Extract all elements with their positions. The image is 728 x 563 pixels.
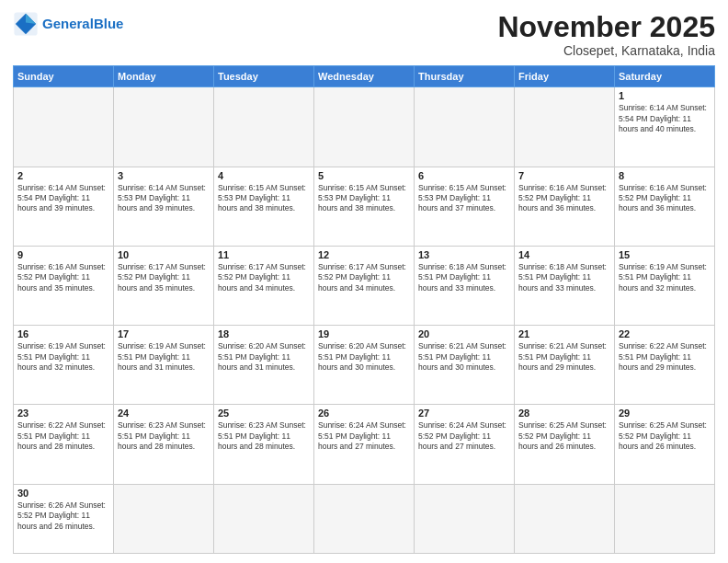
cell-info: Sunrise: 6:25 AM Sunset: 5:52 PM Dayligh… <box>619 420 711 452</box>
cell-info: Sunrise: 6:14 AM Sunset: 5:54 PM Dayligh… <box>17 183 109 214</box>
logo-text: GeneralBlue <box>42 17 123 32</box>
calendar-cell <box>515 87 615 167</box>
cell-info: Sunrise: 6:16 AM Sunset: 5:52 PM Dayligh… <box>619 183 711 214</box>
calendar-cell: 24Sunrise: 6:23 AM Sunset: 5:51 PM Dayli… <box>114 405 214 484</box>
cell-info: Sunrise: 6:15 AM Sunset: 5:53 PM Dayligh… <box>218 183 310 214</box>
day-number: 14 <box>518 249 610 260</box>
day-number: 23 <box>17 408 109 419</box>
calendar-week-row: 23Sunrise: 6:22 AM Sunset: 5:51 PM Dayli… <box>14 405 715 484</box>
day-number: 28 <box>518 408 610 419</box>
calendar-cell <box>314 87 415 167</box>
day-number: 2 <box>17 170 109 181</box>
day-number: 9 <box>17 249 109 260</box>
cell-info: Sunrise: 6:21 AM Sunset: 5:51 PM Dayligh… <box>418 341 510 373</box>
calendar-cell: 7Sunrise: 6:16 AM Sunset: 5:52 PM Daylig… <box>515 167 615 246</box>
day-number: 29 <box>619 408 711 419</box>
calendar-header-row: SundayMondayTuesdayWednesdayThursdayFrid… <box>14 66 715 87</box>
calendar-cell: 12Sunrise: 6:17 AM Sunset: 5:52 PM Dayli… <box>314 246 415 325</box>
cell-info: Sunrise: 6:21 AM Sunset: 5:51 PM Dayligh… <box>518 341 610 373</box>
cell-info: Sunrise: 6:22 AM Sunset: 5:51 PM Dayligh… <box>619 341 711 373</box>
calendar-cell: 23Sunrise: 6:22 AM Sunset: 5:51 PM Dayli… <box>14 405 114 484</box>
day-number: 20 <box>418 328 510 339</box>
cell-info: Sunrise: 6:22 AM Sunset: 5:51 PM Dayligh… <box>17 420 109 452</box>
calendar-week-row: 30Sunrise: 6:26 AM Sunset: 5:52 PM Dayli… <box>14 484 715 553</box>
calendar-cell: 4Sunrise: 6:15 AM Sunset: 5:53 PM Daylig… <box>214 167 314 246</box>
header: GeneralBlue November 2025 Closepet, Karn… <box>13 11 715 58</box>
calendar-cell: 9Sunrise: 6:16 AM Sunset: 5:52 PM Daylig… <box>14 246 114 325</box>
day-header-thursday: Thursday <box>415 66 515 87</box>
calendar-cell: 1Sunrise: 6:14 AM Sunset: 5:54 PM Daylig… <box>615 87 715 167</box>
calendar-cell: 15Sunrise: 6:19 AM Sunset: 5:51 PM Dayli… <box>615 246 715 325</box>
day-header-monday: Monday <box>114 66 214 87</box>
day-number: 16 <box>17 328 109 339</box>
calendar-cell <box>615 484 715 553</box>
calendar-cell: 14Sunrise: 6:18 AM Sunset: 5:51 PM Dayli… <box>515 246 615 325</box>
calendar-cell: 28Sunrise: 6:25 AM Sunset: 5:52 PM Dayli… <box>515 405 615 484</box>
calendar-cell <box>214 484 314 553</box>
calendar-cell <box>214 87 314 167</box>
cell-info: Sunrise: 6:26 AM Sunset: 5:52 PM Dayligh… <box>17 500 109 532</box>
day-header-wednesday: Wednesday <box>314 66 415 87</box>
day-number: 30 <box>17 488 109 499</box>
logo-icon <box>13 11 39 37</box>
calendar-cell: 29Sunrise: 6:25 AM Sunset: 5:52 PM Dayli… <box>615 405 715 484</box>
cell-info: Sunrise: 6:14 AM Sunset: 5:54 PM Dayligh… <box>619 103 711 134</box>
calendar-week-row: 16Sunrise: 6:19 AM Sunset: 5:51 PM Dayli… <box>14 326 715 405</box>
cell-info: Sunrise: 6:17 AM Sunset: 5:52 PM Dayligh… <box>218 262 310 293</box>
day-number: 18 <box>218 328 310 339</box>
calendar-cell: 21Sunrise: 6:21 AM Sunset: 5:51 PM Dayli… <box>515 326 615 405</box>
calendar-cell: 17Sunrise: 6:19 AM Sunset: 5:51 PM Dayli… <box>114 326 214 405</box>
cell-info: Sunrise: 6:23 AM Sunset: 5:51 PM Dayligh… <box>118 420 210 452</box>
cell-info: Sunrise: 6:17 AM Sunset: 5:52 PM Dayligh… <box>118 262 210 293</box>
calendar-cell <box>114 87 214 167</box>
cell-info: Sunrise: 6:19 AM Sunset: 5:51 PM Dayligh… <box>619 262 711 293</box>
day-number: 3 <box>118 170 210 181</box>
calendar-cell <box>14 87 114 167</box>
calendar-cell: 10Sunrise: 6:17 AM Sunset: 5:52 PM Dayli… <box>114 246 214 325</box>
day-number: 19 <box>318 328 410 339</box>
day-number: 13 <box>418 249 510 260</box>
calendar-cell <box>415 484 515 553</box>
calendar-cell: 16Sunrise: 6:19 AM Sunset: 5:51 PM Dayli… <box>14 326 114 405</box>
day-number: 6 <box>418 170 510 181</box>
calendar-week-row: 1Sunrise: 6:14 AM Sunset: 5:54 PM Daylig… <box>14 87 715 167</box>
calendar-cell: 3Sunrise: 6:14 AM Sunset: 5:53 PM Daylig… <box>114 167 214 246</box>
calendar-cell <box>314 484 415 553</box>
title-block: November 2025 Closepet, Karnataka, India <box>497 11 715 58</box>
calendar-cell <box>515 484 615 553</box>
day-header-tuesday: Tuesday <box>214 66 314 87</box>
cell-info: Sunrise: 6:18 AM Sunset: 5:51 PM Dayligh… <box>518 262 610 293</box>
day-number: 8 <box>619 170 711 181</box>
calendar-cell: 18Sunrise: 6:20 AM Sunset: 5:51 PM Dayli… <box>214 326 314 405</box>
day-number: 17 <box>118 328 210 339</box>
cell-info: Sunrise: 6:19 AM Sunset: 5:51 PM Dayligh… <box>118 341 210 373</box>
cell-info: Sunrise: 6:24 AM Sunset: 5:52 PM Dayligh… <box>418 420 510 452</box>
month-title: November 2025 <box>497 11 715 43</box>
day-number: 22 <box>619 328 711 339</box>
day-number: 1 <box>619 90 711 101</box>
cell-info: Sunrise: 6:16 AM Sunset: 5:52 PM Dayligh… <box>518 183 610 214</box>
day-number: 21 <box>518 328 610 339</box>
day-number: 11 <box>218 249 310 260</box>
cell-info: Sunrise: 6:23 AM Sunset: 5:51 PM Dayligh… <box>218 420 310 452</box>
logo: GeneralBlue <box>13 11 123 37</box>
calendar-cell <box>114 484 214 553</box>
day-number: 25 <box>218 408 310 419</box>
day-number: 27 <box>418 408 510 419</box>
day-number: 4 <box>218 170 310 181</box>
cell-info: Sunrise: 6:20 AM Sunset: 5:51 PM Dayligh… <box>318 341 410 373</box>
day-number: 15 <box>619 249 711 260</box>
logo-blue: Blue <box>94 16 124 31</box>
page: GeneralBlue November 2025 Closepet, Karn… <box>0 0 728 563</box>
calendar-cell: 5Sunrise: 6:15 AM Sunset: 5:53 PM Daylig… <box>314 167 415 246</box>
cell-info: Sunrise: 6:19 AM Sunset: 5:51 PM Dayligh… <box>17 341 109 373</box>
calendar-cell: 25Sunrise: 6:23 AM Sunset: 5:51 PM Dayli… <box>214 405 314 484</box>
cell-info: Sunrise: 6:15 AM Sunset: 5:53 PM Dayligh… <box>418 183 510 214</box>
calendar-cell: 6Sunrise: 6:15 AM Sunset: 5:53 PM Daylig… <box>415 167 515 246</box>
calendar-cell: 26Sunrise: 6:24 AM Sunset: 5:51 PM Dayli… <box>314 405 415 484</box>
calendar-week-row: 2Sunrise: 6:14 AM Sunset: 5:54 PM Daylig… <box>14 167 715 246</box>
cell-info: Sunrise: 6:18 AM Sunset: 5:51 PM Dayligh… <box>418 262 510 293</box>
day-number: 24 <box>118 408 210 419</box>
calendar-cell: 8Sunrise: 6:16 AM Sunset: 5:52 PM Daylig… <box>615 167 715 246</box>
calendar-cell <box>415 87 515 167</box>
